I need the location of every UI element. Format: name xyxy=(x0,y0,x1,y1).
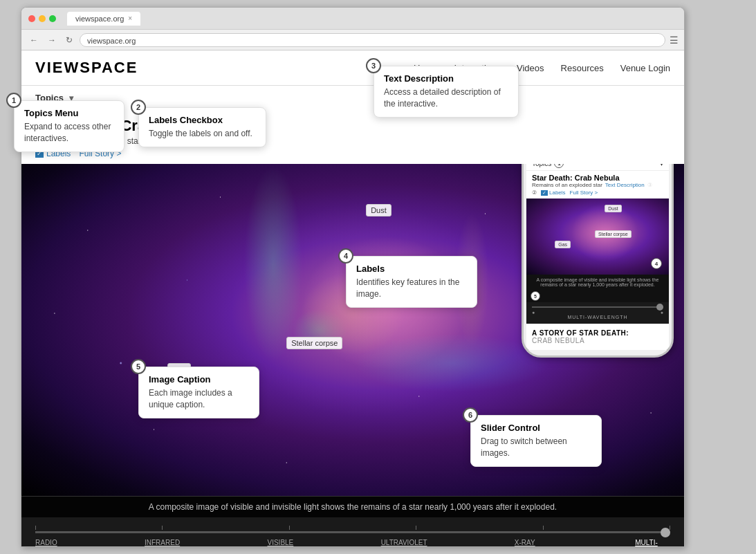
tooltip-5-body: Each image includes a unique caption. xyxy=(149,387,249,411)
phone-caption: A composite image of visible and invisib… xyxy=(526,275,669,290)
tooltip-1-number: 1 xyxy=(6,93,21,108)
tab-close-button[interactable]: × xyxy=(128,15,132,22)
phone-num4-badge: 4 xyxy=(651,258,662,269)
tooltip-1-body: Expand to access other interactives. xyxy=(24,121,114,145)
tick-4 xyxy=(416,526,416,530)
tooltip-3-body: Access a detailed description of the int… xyxy=(384,86,508,110)
phone-num5-row: 5 xyxy=(526,290,669,302)
phone-wavelength-label: MULTI-WAVELENGTH xyxy=(532,315,663,320)
tooltip-3-number: 3 xyxy=(366,58,381,73)
tooltip-5-number: 5 xyxy=(131,359,146,374)
tick-3 xyxy=(289,526,290,530)
nav-videos[interactable]: Videos xyxy=(517,63,544,73)
mobile-mockup: VIEWSPACE ☰ Topics 1 ▾ Star Death: Crab … xyxy=(511,110,684,546)
phone-slider-thumb[interactable] xyxy=(656,304,663,311)
address-bar[interactable]: viewspace.org xyxy=(80,33,665,47)
tooltip-6-body: Drag to switch between images. xyxy=(481,436,591,459)
phone-slider-track[interactable] xyxy=(532,306,663,308)
slider-label-infrared[interactable]: INFRARED xyxy=(145,539,180,546)
phone-slider-area: ● ● MULTI-WAVELENGTH xyxy=(526,302,669,324)
phone-text-description-link[interactable]: Text Description xyxy=(605,182,645,188)
phone-label-dust: Dust xyxy=(605,205,621,212)
tooltip-labels-checkbox: 2 Labels Checkbox Toggle the labels on a… xyxy=(138,107,266,147)
phone-nebula-image: Dust Stellar corpse Gas 4 xyxy=(526,198,669,275)
close-button[interactable] xyxy=(28,15,35,22)
tooltip-text-description: 3 Text Description Access a detailed des… xyxy=(374,66,519,118)
nav-venue-login[interactable]: Venue Login xyxy=(620,63,670,73)
forward-button[interactable]: → xyxy=(45,34,59,46)
tooltip-image-caption: 5 Image Caption Each image includes a un… xyxy=(138,367,259,418)
label-stellar-corpse: Stellar corpse xyxy=(286,337,342,349)
main-content: Star Death: Crab Nebula Remains of an ex… xyxy=(21,110,684,546)
phone-num3: ③ xyxy=(647,182,652,188)
phone-page-header: Star Death: Crab Nebula Remains of an ex… xyxy=(526,170,669,198)
phone-controls: ② ✓ Labels Full Story > xyxy=(532,190,663,196)
tooltip-3-title: Text Description xyxy=(384,73,508,84)
tooltip-6-number: 6 xyxy=(463,407,478,423)
tooltip-4-number: 4 xyxy=(338,248,353,264)
site-header: VIEWSPACE Home Interactives Videos Resou… xyxy=(21,50,684,85)
page-controls: ✓ Labels Full Story > xyxy=(35,149,670,158)
tooltip-6-title: Slider Control xyxy=(481,423,591,433)
phone-subtitle: Remains of an exploded star Text Descrip… xyxy=(532,182,663,188)
page-subtitle: Remains of an exploded star ≡ Text Descr… xyxy=(35,136,670,146)
phone-page-title: Star Death: Crab Nebula xyxy=(532,174,663,182)
tooltip-topics-menu: 1 Topics Menu Expand to access other int… xyxy=(14,100,125,152)
slider-label-visible[interactable]: VISIBLE xyxy=(267,539,293,546)
maximize-button[interactable] xyxy=(49,15,56,22)
phone-story-section: A STORY OF STAR DEATH: CRAB NEBULA xyxy=(526,324,669,350)
phone-label-gas: Gas xyxy=(555,241,571,248)
phone-num2: ② xyxy=(532,190,537,196)
traffic-lights xyxy=(28,15,56,22)
tooltip-1-title: Topics Menu xyxy=(24,108,114,118)
phone-story-title: A STORY OF STAR DEATH: xyxy=(532,329,663,337)
page-title: Star Death: Crab Nebula xyxy=(35,117,670,135)
reload-button[interactable]: ↻ xyxy=(63,34,75,46)
phone-screen: VIEWSPACE ☰ Topics 1 ▾ Star Death: Crab … xyxy=(526,138,669,350)
phone-label-stellar: Stellar corpse xyxy=(595,230,631,238)
tooltip-2-body: Toggle the labels on and off. xyxy=(149,128,256,140)
tooltip-slider-control: 6 Slider Control Drag to switch between … xyxy=(470,415,602,467)
nav-resources[interactable]: Resources xyxy=(561,63,604,73)
phone-full-story-link[interactable]: Full Story > xyxy=(570,190,598,196)
phone-slider-num-row: ● ● xyxy=(532,310,663,315)
tooltip-5-title: Image Caption xyxy=(149,374,249,385)
phone-labels-checkbox[interactable]: ✓ Labels xyxy=(541,190,566,196)
tick-2 xyxy=(162,526,163,530)
tooltip-4-body: Identifies key features in the image. xyxy=(356,277,467,300)
browser-menu-icon[interactable]: ☰ xyxy=(670,35,679,46)
tab-title: viewspace.org xyxy=(75,15,124,23)
phone-story-subtitle: CRAB NEBULA xyxy=(532,337,663,344)
tick-1 xyxy=(35,526,36,530)
slider-label-ultraviolet[interactable]: ULTRAVIOLET xyxy=(381,539,427,546)
tooltip-2-title: Labels Checkbox xyxy=(149,115,256,125)
phone-num5-badge: 5 xyxy=(531,291,540,301)
tooltip-4-title: Labels xyxy=(356,264,467,274)
browser-titlebar: viewspace.org × xyxy=(21,8,684,30)
tooltip-labels: 4 Labels Identifies key features in the … xyxy=(346,256,477,308)
site-logo: VIEWSPACE xyxy=(35,59,138,77)
slider-label-radio[interactable]: RADIO xyxy=(35,539,57,546)
label-dust: Dust xyxy=(366,204,391,216)
browser-navbar: ← → ↻ viewspace.org ☰ xyxy=(21,30,684,50)
browser-tab[interactable]: viewspace.org × xyxy=(67,12,140,26)
back-button[interactable]: ← xyxy=(27,34,41,46)
minimize-button[interactable] xyxy=(39,15,46,22)
tooltip-2-number: 2 xyxy=(131,100,146,115)
